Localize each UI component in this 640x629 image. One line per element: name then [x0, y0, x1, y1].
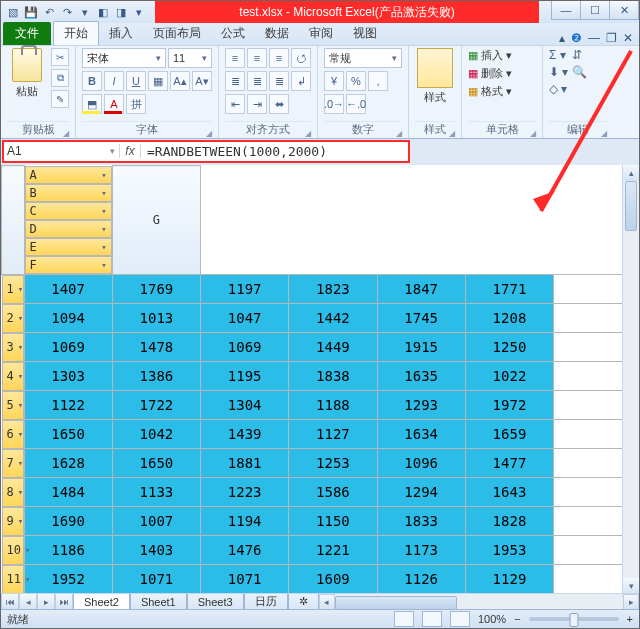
styles-button[interactable]: 样式: [415, 48, 455, 105]
number-format-select[interactable]: 常规: [324, 48, 402, 68]
row-header[interactable]: 9: [2, 507, 24, 536]
help-icon[interactable]: ❷: [571, 31, 582, 45]
row-header[interactable]: 8: [2, 478, 24, 507]
save-icon[interactable]: 💾: [23, 4, 39, 20]
minimize-ribbon-icon[interactable]: ▴: [559, 31, 565, 45]
paste-button[interactable]: 粘贴: [7, 48, 47, 99]
view-layout-icon[interactable]: [422, 611, 442, 627]
tab-review[interactable]: 审阅: [299, 22, 343, 45]
tab-next-icon[interactable]: ▸: [37, 594, 55, 611]
cell[interactable]: 1122: [24, 391, 112, 420]
cell[interactable]: 1628: [24, 449, 112, 478]
col-header[interactable]: E: [25, 238, 112, 256]
cell[interactable]: 1659: [465, 420, 553, 449]
cell[interactable]: 1478: [112, 333, 200, 362]
tab-layout[interactable]: 页面布局: [143, 22, 211, 45]
hscroll-thumb[interactable]: [335, 596, 457, 610]
cell[interactable]: 1188: [289, 391, 377, 420]
doc-minimize-icon[interactable]: —: [588, 31, 600, 45]
cell[interactable]: 1253: [289, 449, 377, 478]
sheet-tab-active[interactable]: Sheet2: [73, 594, 130, 611]
scroll-down-icon[interactable]: ▾: [623, 578, 639, 594]
cell[interactable]: 1126: [377, 565, 465, 594]
cell[interactable]: 1250: [465, 333, 553, 362]
indent-dec-icon[interactable]: ⇤: [225, 94, 245, 114]
cell[interactable]: 1476: [201, 536, 289, 565]
cell[interactable]: 1150: [289, 507, 377, 536]
row-header[interactable]: 10: [2, 536, 24, 565]
cell[interactable]: 1449: [289, 333, 377, 362]
cut-icon[interactable]: ✂: [51, 48, 69, 66]
zoom-level[interactable]: 100%: [478, 613, 506, 625]
increase-font-icon[interactable]: A▴: [170, 71, 190, 91]
undo-icon[interactable]: ↶: [41, 4, 57, 20]
cell[interactable]: 1294: [377, 478, 465, 507]
phonetic-icon[interactable]: 拼: [126, 94, 146, 114]
cell[interactable]: 1635: [377, 362, 465, 391]
fill-icon[interactable]: ⬇ ▾: [549, 65, 568, 79]
cell[interactable]: 1223: [201, 478, 289, 507]
col-header[interactable]: D: [25, 220, 112, 238]
currency-icon[interactable]: ¥: [324, 71, 344, 91]
cell[interactable]: 1847: [377, 274, 465, 304]
view-normal-icon[interactable]: [394, 611, 414, 627]
doc-restore-icon[interactable]: ❐: [606, 31, 617, 45]
cell[interactable]: 1127: [289, 420, 377, 449]
doc-close-icon[interactable]: ✕: [623, 31, 633, 45]
cell[interactable]: 1745: [377, 304, 465, 333]
cell[interactable]: 1650: [24, 420, 112, 449]
cell[interactable]: 1022: [465, 362, 553, 391]
name-box[interactable]: A1: [3, 144, 120, 158]
cell[interactable]: 1833: [377, 507, 465, 536]
merge-icon[interactable]: ⬌: [269, 94, 289, 114]
cell[interactable]: 1881: [201, 449, 289, 478]
format-painter-icon[interactable]: ✎: [51, 90, 69, 108]
underline-button[interactable]: U: [126, 71, 146, 91]
align-top-icon[interactable]: ≡: [225, 48, 245, 68]
col-header[interactable]: B: [25, 184, 112, 202]
font-family-select[interactable]: 宋体: [82, 48, 166, 68]
cell[interactable]: 1634: [377, 420, 465, 449]
align-left-icon[interactable]: ≣: [225, 71, 245, 91]
cell[interactable]: 1386: [112, 362, 200, 391]
border-button[interactable]: ▦: [148, 71, 168, 91]
cell[interactable]: 1195: [201, 362, 289, 391]
fx-icon[interactable]: fx: [120, 144, 141, 158]
cell[interactable]: 1186: [24, 536, 112, 565]
cell[interactable]: 1690: [24, 507, 112, 536]
horizontal-scrollbar[interactable]: [335, 594, 623, 610]
cell[interactable]: 1042: [112, 420, 200, 449]
tab-home[interactable]: 开始: [53, 21, 99, 45]
cell[interactable]: 1771: [465, 274, 553, 304]
cell[interactable]: 1643: [465, 478, 553, 507]
fill-color-button[interactable]: ⬒: [82, 94, 102, 114]
align-middle-icon[interactable]: ≡: [247, 48, 267, 68]
zoom-out-button[interactable]: −: [514, 613, 520, 625]
tab-insert[interactable]: 插入: [99, 22, 143, 45]
zoom-in-button[interactable]: +: [627, 613, 633, 625]
align-center-icon[interactable]: ≣: [247, 71, 267, 91]
cell[interactable]: 1094: [24, 304, 112, 333]
tab-first-icon[interactable]: ⏮: [1, 594, 19, 611]
data-grid[interactable]: ABCDEFG114071769119718231847177121094101…: [1, 165, 639, 594]
cell[interactable]: 1197: [201, 274, 289, 304]
qat-extra3-icon[interactable]: ▾: [131, 4, 147, 20]
cell[interactable]: 1129: [465, 565, 553, 594]
file-tab[interactable]: 文件: [3, 22, 51, 45]
cell[interactable]: 1484: [24, 478, 112, 507]
cell[interactable]: 1007: [112, 507, 200, 536]
cell[interactable]: 1304: [201, 391, 289, 420]
col-header[interactable]: G: [112, 166, 200, 275]
cell[interactable]: 1722: [112, 391, 200, 420]
row-header[interactable]: 11: [2, 565, 24, 594]
clear-icon[interactable]: ◇ ▾: [549, 82, 568, 96]
zoom-slider[interactable]: [529, 617, 619, 621]
copy-icon[interactable]: ⧉: [51, 69, 69, 87]
autosum-icon[interactable]: Σ ▾: [549, 48, 568, 62]
minimize-button[interactable]: —: [551, 1, 581, 20]
tab-view[interactable]: 视图: [343, 22, 387, 45]
sheet-tab[interactable]: 日历: [244, 594, 288, 611]
cell[interactable]: 1133: [112, 478, 200, 507]
align-bottom-icon[interactable]: ≡: [269, 48, 289, 68]
qat-extra1-icon[interactable]: ◧: [95, 4, 111, 20]
